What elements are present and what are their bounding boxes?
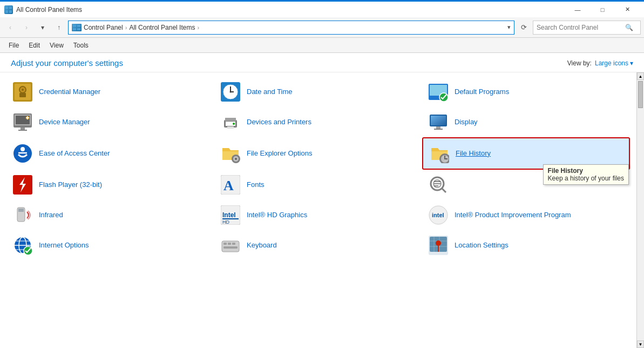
search-input[interactable]: [537, 24, 623, 31]
svg-rect-13: [19, 93, 26, 97]
svg-rect-2: [5, 10, 8, 13]
navigation-bar: ‹ › ▾ ↑ Control Panel › All Control Pane…: [0, 17, 644, 38]
ease-of-access-label: Ease of Access Center: [39, 149, 110, 158]
list-item[interactable]: Internet Options: [6, 230, 214, 260]
date-time-label: Date and Time: [247, 88, 293, 97]
view-by-control: View by: Large icons ▾: [567, 59, 633, 67]
intel-hd-graphics-label: Intel® HD Graphics: [247, 211, 307, 220]
flash-player-label: Flash Player (32-bit): [39, 180, 102, 190]
devices-printers-icon: [220, 111, 241, 133]
list-item[interactable]: Date and Time: [214, 77, 422, 107]
list-item[interactable]: Location Settings: [422, 230, 630, 260]
forward-button[interactable]: ›: [19, 21, 33, 35]
menu-tools[interactable]: Tools: [69, 40, 93, 51]
file-explorer-options-icon: [220, 143, 241, 164]
close-button[interactable]: ✕: [615, 2, 640, 17]
menu-edit[interactable]: Edit: [24, 40, 44, 51]
svg-rect-73: [232, 243, 235, 245]
infrared-label: Infrared: [39, 211, 63, 220]
svg-rect-7: [77, 28, 80, 30]
list-item[interactable]: intel Intel® Product Improvement Program: [422, 200, 630, 230]
main-content: Adjust your computer's settings View by:…: [0, 53, 644, 348]
file-history-tooltip: File History Keep a history of your file…: [543, 164, 629, 185]
address-icon: [72, 24, 82, 31]
titlebar-left: All Control Panel Items: [4, 5, 82, 14]
svg-rect-31: [225, 118, 236, 121]
titlebar: All Control Panel Items — □ ✕: [0, 0, 644, 17]
tooltip-description: Keep a history of your files: [548, 175, 624, 182]
keyboard-icon: [220, 235, 241, 256]
svg-point-40: [21, 147, 25, 151]
menu-view[interactable]: View: [45, 40, 68, 51]
search-box[interactable]: 🔍: [533, 21, 641, 35]
viewby-dropdown[interactable]: Large icons ▾: [595, 59, 633, 67]
display-icon: [428, 111, 449, 133]
scroll-thumb[interactable]: [638, 81, 643, 108]
scroll-up-button[interactable]: ▲: [637, 72, 644, 80]
svg-rect-26: [21, 128, 25, 130]
svg-rect-5: [77, 25, 80, 27]
default-programs-label: Default Programs: [455, 88, 509, 97]
svg-line-52: [442, 188, 446, 192]
svg-point-12: [22, 89, 24, 91]
scrollbar[interactable]: ▲ ▼: [636, 72, 644, 348]
list-item[interactable]: File Explorer Options: [214, 137, 422, 170]
svg-text:HD: HD: [222, 219, 229, 225]
window-title: All Control Panel Items: [16, 6, 82, 14]
list-item[interactable]: File History File History Keep a history…: [422, 137, 630, 170]
tooltip-title: File History: [548, 167, 624, 175]
intel-product-label: Intel® Product Improvement Program: [455, 211, 571, 220]
up-button[interactable]: ↑: [52, 21, 66, 35]
fonts-icon: A: [220, 174, 241, 196]
fonts-label: Fonts: [247, 180, 265, 190]
svg-rect-6: [73, 28, 76, 30]
file-explorer-options-label: File Explorer Options: [247, 149, 312, 158]
svg-point-44: [235, 158, 237, 160]
list-item[interactable]: Keyboard: [214, 230, 422, 260]
scroll-down-button[interactable]: ▼: [637, 340, 644, 348]
dropdown-history-button[interactable]: ▾: [36, 21, 50, 35]
list-item[interactable]: Ease of Access Center: [6, 137, 214, 170]
svg-text:intel: intel: [432, 212, 444, 218]
list-item[interactable]: Default Programs: [422, 77, 630, 107]
credential-manager-icon: [12, 81, 33, 103]
list-item[interactable]: Flash Player (32-bit): [6, 170, 214, 200]
list-item[interactable]: Intel HD Intel® HD Graphics: [214, 200, 422, 230]
svg-rect-74: [223, 246, 238, 249]
svg-text:A: A: [223, 178, 234, 193]
svg-rect-72: [228, 243, 231, 245]
intel-hd-graphics-icon: Intel HD: [220, 204, 241, 226]
separator2: ›: [197, 24, 199, 31]
list-item[interactable]: A Fonts: [214, 170, 422, 200]
back-button[interactable]: ‹: [3, 21, 17, 35]
svg-rect-38: [434, 129, 443, 130]
location-settings-icon: [428, 235, 449, 256]
address-dropdown-button[interactable]: ▾: [507, 24, 511, 31]
list-item[interactable]: Credential Manager: [6, 77, 214, 107]
list-item[interactable]: Infrared: [6, 200, 214, 230]
default-programs-icon: [428, 81, 449, 103]
minimize-button[interactable]: —: [565, 2, 590, 17]
svg-point-33: [233, 123, 235, 125]
svg-point-18: [230, 91, 232, 93]
menu-file[interactable]: File: [4, 40, 23, 51]
location-settings-label: Location Settings: [455, 241, 509, 250]
flash-player-icon: [12, 174, 33, 196]
list-item[interactable]: Display: [422, 107, 630, 137]
svg-text:Intel: Intel: [222, 211, 236, 219]
refresh-button[interactable]: ⟳: [517, 21, 531, 35]
svg-rect-57: [18, 209, 24, 212]
address-bar[interactable]: Control Panel › All Control Panel Items …: [68, 21, 514, 35]
date-time-icon: [220, 81, 241, 103]
maximize-button[interactable]: □: [590, 2, 615, 17]
app-icon: [4, 5, 13, 14]
devices-printers-label: Devices and Printers: [247, 118, 311, 127]
list-item[interactable]: Device Manager: [6, 107, 214, 137]
svg-rect-71: [223, 243, 227, 245]
separator1: ›: [125, 24, 127, 31]
file-history-label: File History: [456, 149, 491, 158]
search-icon[interactable]: 🔍: [625, 24, 633, 31]
list-item[interactable]: Devices and Printers: [214, 107, 422, 137]
svg-rect-37: [436, 126, 440, 129]
credential-manager-label: Credential Manager: [39, 88, 100, 97]
